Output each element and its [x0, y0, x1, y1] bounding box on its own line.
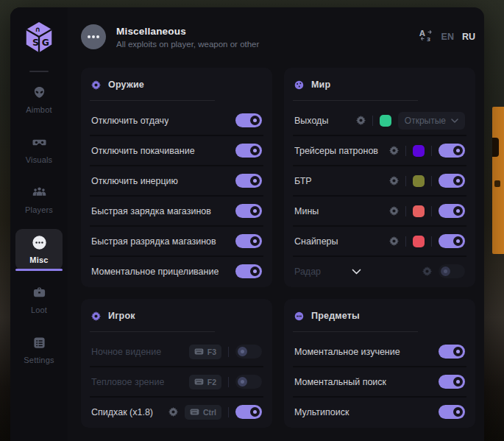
feature-label: Моментальное прицеливание	[91, 267, 219, 277]
gear-icon[interactable]	[389, 146, 399, 155]
toggle-switch[interactable]	[235, 375, 262, 389]
box-icon	[294, 311, 304, 321]
gear-icon[interactable]	[389, 236, 399, 246]
sidebar-item-aimbot[interactable]: Aimbot	[15, 79, 63, 120]
feature-row: Моментальное изучение	[293, 337, 466, 367]
hotkey-badge[interactable]: F2	[189, 375, 221, 389]
keyboard-icon	[194, 378, 204, 385]
main-area: Miscellaneous All exploits on player, we…	[68, 7, 484, 441]
hotkey-label: F3	[207, 347, 216, 356]
toggle-switch[interactable]	[439, 264, 465, 278]
section-world: МирВыходыОткрытыеТрейсеры патроновБТРМин…	[284, 68, 475, 287]
toggle-switch[interactable]	[235, 405, 262, 419]
row-controls	[235, 234, 262, 248]
svg-text:A: A	[419, 29, 425, 38]
feature-label: Моментальное изучение	[294, 347, 400, 357]
translate-icon: Aз	[419, 29, 433, 45]
lang-en-button[interactable]: EN	[441, 32, 454, 42]
row-controls	[235, 204, 262, 218]
control-separator	[228, 407, 229, 417]
feature-row: БТР	[293, 166, 466, 197]
toggle-switch[interactable]	[439, 204, 465, 218]
sidebar-item-settings[interactable]: Settings	[15, 329, 63, 370]
section-divider	[293, 100, 418, 101]
section-title: Оружие	[108, 80, 144, 90]
row-controls	[439, 345, 465, 359]
color-swatch[interactable]	[380, 115, 391, 127]
sidebar-item-visuals[interactable]: Visuals	[15, 129, 63, 170]
settings-list-icon	[32, 336, 46, 350]
column: МирВыходыОткрытыеТрейсеры патроновБТРМин…	[284, 68, 475, 428]
row-controls: Ctrl	[168, 405, 262, 420]
feature-row: Снайперы	[293, 227, 466, 257]
gear-icon[interactable]	[356, 116, 366, 125]
toggle-switch[interactable]	[439, 405, 465, 419]
content-columns: ОружиеОтключить отдачуОтключить покачива…	[81, 68, 475, 428]
toggle-switch[interactable]	[439, 345, 465, 359]
color-swatch[interactable]	[413, 145, 425, 157]
feature-row: Отключить покачивание	[90, 136, 263, 166]
toggle-switch[interactable]	[439, 375, 465, 389]
toggle-knob	[250, 267, 260, 276]
section-player: ИгрокНочное видениеF3Тепловое зрениеF2Сп…	[81, 299, 272, 428]
section-header: Игрок	[90, 308, 263, 324]
gear-icon[interactable]	[422, 267, 432, 276]
control-separator	[405, 176, 406, 186]
dropdown-select[interactable]: Открытые	[398, 112, 465, 130]
feature-label: БТР	[294, 176, 312, 186]
sidebar-item-label: Loot	[31, 306, 47, 314]
feature-row: Трейсеры патронов	[293, 136, 466, 166]
lang-ru-button[interactable]: RU	[462, 32, 475, 42]
ellipsis-circle-icon	[81, 24, 106, 49]
toggle-switch[interactable]	[235, 345, 262, 359]
control-separator	[228, 347, 229, 357]
gear-icon[interactable]	[168, 407, 178, 417]
background-game-sign	[492, 107, 504, 254]
feature-label: Отключить отдачу	[91, 116, 168, 126]
briefcase-icon	[32, 286, 46, 300]
toggle-switch[interactable]	[235, 144, 262, 158]
chevron-down-icon[interactable]	[352, 269, 361, 275]
sidebar-item-players[interactable]: Players	[15, 179, 63, 220]
toggle-knob	[250, 116, 260, 125]
toggle-switch[interactable]	[235, 234, 262, 248]
section-divider	[90, 331, 215, 332]
control-separator	[431, 176, 432, 186]
gear-icon[interactable]	[389, 176, 399, 186]
sidebar-item-loot[interactable]: Loot	[15, 279, 63, 320]
feature-label: Снайперы	[294, 236, 338, 247]
toggle-switch[interactable]	[439, 174, 465, 188]
toggle-switch[interactable]	[235, 113, 262, 127]
feature-label: Трейсеры патронов	[294, 146, 378, 156]
toggle-switch[interactable]	[235, 264, 262, 278]
column: ОружиеОтключить отдачуОтключить покачива…	[81, 68, 272, 428]
feature-label: Тепловое зрение	[91, 377, 164, 387]
gear-icon[interactable]	[389, 206, 399, 216]
feature-label: Отключить покачивание	[91, 146, 195, 156]
hotkey-badge[interactable]: F3	[189, 345, 221, 359]
toggle-switch[interactable]	[235, 204, 262, 218]
toggle-switch[interactable]	[439, 234, 465, 248]
feature-label: Моментальный поиск	[294, 377, 386, 387]
vr-goggles-icon	[32, 135, 46, 150]
sidebar-item-misc[interactable]: Misc	[15, 229, 63, 270]
hotkey-badge[interactable]: Ctrl	[185, 405, 221, 420]
toggle-knob	[453, 146, 463, 155]
color-swatch[interactable]	[413, 236, 425, 247]
feature-label: Выходы	[294, 116, 328, 126]
toggle-knob	[238, 377, 247, 387]
sidebar-item-label: Players	[25, 205, 53, 214]
feature-row: Отключить отдачу	[90, 106, 263, 136]
svg-text:∩: ∩	[35, 25, 40, 33]
color-swatch[interactable]	[413, 175, 425, 187]
row-controls	[235, 174, 262, 188]
chevron-down-icon	[451, 119, 458, 123]
toggle-knob	[453, 407, 463, 417]
sidebar-nav: AimbotVisualsPlayersMiscLootSettings	[10, 79, 68, 370]
color-swatch[interactable]	[413, 205, 425, 217]
section-title: Предметы	[311, 311, 360, 321]
toggle-switch[interactable]	[439, 144, 465, 158]
feature-row: Спидхак (x1.8)Ctrl	[90, 398, 263, 426]
page-subtitle: All exploits on player, weapon or other	[116, 40, 259, 49]
toggle-switch[interactable]	[235, 174, 262, 188]
